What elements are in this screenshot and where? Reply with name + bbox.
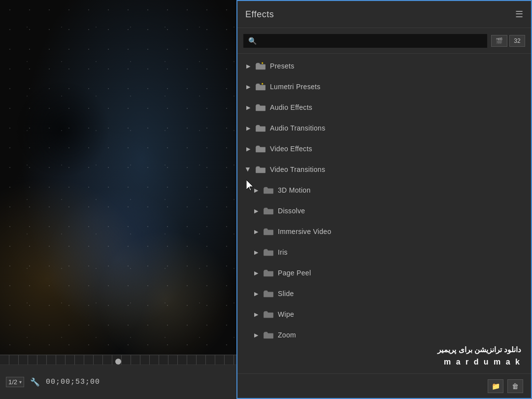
folder-icon xyxy=(263,289,274,298)
effects-panel: Effects ☰ 🔍 🎬 32 ▶ ★ Presets xyxy=(236,0,532,399)
num-button[interactable]: 32 xyxy=(509,35,525,47)
folder-icon xyxy=(255,165,266,174)
item-label: 3D Motion xyxy=(278,186,311,194)
page-dropdown[interactable]: 1/2 ▾ xyxy=(6,377,24,387)
page-label: 1/2 xyxy=(8,378,17,386)
item-label: Video Transitions xyxy=(270,166,325,173)
item-label: Zoom xyxy=(278,331,296,339)
list-item[interactable]: ▶ Dissolve xyxy=(237,200,531,221)
chevron-right-icon: ▶ xyxy=(253,187,259,193)
wrench-icon[interactable]: 🔧 xyxy=(30,377,40,387)
item-label: Iris xyxy=(278,248,288,256)
chevron-right-icon: ▶ xyxy=(253,311,259,317)
item-label: Presets xyxy=(270,62,295,70)
timecode-display: 00;00;53;00 xyxy=(46,378,100,386)
star-folder-icon: ★ xyxy=(255,82,266,91)
chevron-right-icon: ▶ xyxy=(253,270,259,276)
folder-icon xyxy=(255,103,266,112)
list-item[interactable]: ▶ Zoom xyxy=(237,325,531,345)
chevron-right-icon: ▶ xyxy=(245,63,251,69)
new-bin-button[interactable]: 🎬 xyxy=(491,35,507,47)
folder-new-icon: 📁 xyxy=(492,382,500,390)
effects-footer: 📁 🗑 xyxy=(237,373,531,398)
folder-icon xyxy=(263,227,274,236)
svg-text:★: ★ xyxy=(261,82,264,85)
folder-icon xyxy=(263,186,274,195)
preview-image xyxy=(0,0,236,399)
preview-overlay xyxy=(12,80,110,178)
list-item[interactable]: ▶ Wipe xyxy=(237,304,531,325)
preview-panel: 1/2 ▾ 🔧 00;00;53;00 xyxy=(0,0,236,399)
folder-icon xyxy=(263,331,274,339)
item-label: Slide xyxy=(278,290,294,298)
list-item[interactable]: ▶ Audio Effects xyxy=(237,97,531,118)
item-label: Wipe xyxy=(278,310,294,318)
list-item[interactable]: ▶ ★ Lumetri Presets xyxy=(237,76,531,97)
item-label: Lumetri Presets xyxy=(270,83,321,91)
svg-text:★: ★ xyxy=(261,62,264,65)
chevron-right-icon: ▶ xyxy=(245,84,251,90)
folder-icon xyxy=(255,124,266,133)
film-icon: 🎬 xyxy=(496,37,503,44)
chevron-right-icon: ▶ xyxy=(245,125,251,131)
preview-toolbar: 1/2 ▾ 🔧 00;00;53;00 xyxy=(0,355,236,399)
item-label: Audio Effects xyxy=(270,103,312,111)
item-label: Dissolve xyxy=(278,207,305,215)
controls-row: 1/2 ▾ 🔧 00;00;53;00 xyxy=(0,365,236,399)
folder-icon xyxy=(255,144,266,153)
chevron-right-icon: ▶ xyxy=(253,249,259,255)
list-item[interactable]: ▶ Video Transitions xyxy=(237,159,531,180)
folder-icon xyxy=(263,206,274,215)
hamburger-menu-icon[interactable]: ☰ xyxy=(515,10,523,19)
folder-icon xyxy=(263,248,274,257)
effects-list[interactable]: ▶ ★ Presets ▶ ★ Lumetri Presets ▶ xyxy=(237,54,531,373)
timeline-bar[interactable] xyxy=(0,355,236,365)
list-item[interactable]: ▶ Audio Transitions xyxy=(237,118,531,138)
new-folder-button[interactable]: 📁 xyxy=(488,379,503,393)
list-item[interactable]: ▶ Slide xyxy=(237,283,531,304)
playhead[interactable] xyxy=(115,359,121,365)
list-item[interactable]: ▶ Iris xyxy=(237,242,531,263)
chevron-right-icon: ▶ xyxy=(253,332,259,338)
chevron-right-icon: ▶ xyxy=(253,208,259,214)
list-item[interactable]: ▶ Page Peel xyxy=(237,263,531,283)
chevron-right-icon: ▶ xyxy=(245,104,251,110)
effects-header: Effects ☰ xyxy=(237,1,531,28)
delete-button[interactable]: 🗑 xyxy=(507,379,523,393)
item-label: Audio Transitions xyxy=(270,124,326,132)
list-item[interactable]: ▶ 3D Motion xyxy=(237,180,531,200)
chevron-down-icon: ▾ xyxy=(19,379,22,385)
item-label: Immersive Video xyxy=(278,228,332,235)
search-wrapper[interactable]: 🔍 xyxy=(243,34,487,48)
item-label: Video Effects xyxy=(270,145,312,153)
chevron-right-icon: ▶ xyxy=(253,229,259,234)
star-folder-icon: ★ xyxy=(255,62,266,70)
chevron-right-icon: ▶ xyxy=(245,146,251,152)
chevron-down-icon: ▶ xyxy=(245,166,251,172)
toolbar-icons: 🎬 32 xyxy=(491,35,525,47)
search-bar: 🔍 🎬 32 xyxy=(237,28,531,54)
search-input[interactable] xyxy=(260,37,482,44)
trash-icon: 🗑 xyxy=(512,382,519,390)
folder-icon xyxy=(263,268,274,277)
chevron-right-icon: ▶ xyxy=(253,291,259,297)
item-label: Page Peel xyxy=(278,269,311,277)
list-item[interactable]: ▶ Immersive Video xyxy=(237,221,531,242)
list-item[interactable]: ▶ Video Effects xyxy=(237,138,531,159)
effects-panel-title: Effects xyxy=(245,9,274,20)
search-icon: 🔍 xyxy=(248,37,257,45)
folder-icon xyxy=(263,310,274,319)
list-item[interactable]: ▶ ★ Presets xyxy=(237,56,531,76)
